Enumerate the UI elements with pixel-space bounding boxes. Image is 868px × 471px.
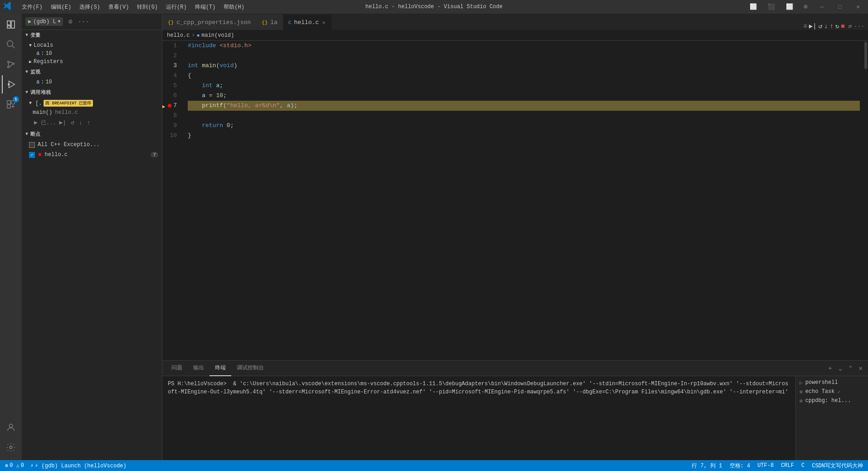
breakpoints-header[interactable]: ▼ 断点 bbox=[22, 129, 162, 139]
panel-tab-problems[interactable]: 问题 bbox=[166, 361, 188, 376]
menu-goto[interactable]: 转到(G) bbox=[133, 2, 161, 12]
activity-explorer[interactable] bbox=[2, 15, 20, 34]
breadcrumb-file[interactable]: hello.c bbox=[167, 32, 190, 39]
line-num-2: 2 bbox=[162, 51, 180, 61]
panel-tab-terminal[interactable]: 终端 bbox=[210, 361, 231, 376]
menu-run[interactable]: 运行(R) bbox=[162, 2, 190, 12]
debug-action-buttons: ≡ ▶| ↺ ↓ ↑ ↻ ■ bbox=[803, 22, 848, 30]
activity-settings[interactable] bbox=[2, 438, 20, 456]
variables-header[interactable]: ▼ 变量 bbox=[22, 30, 162, 40]
status-spaces[interactable]: 空格: 4 bbox=[728, 462, 752, 470]
breadcrumb-toggle-icon[interactable]: ≡ bbox=[803, 23, 807, 30]
bp-label-hello-c: hello.c bbox=[45, 152, 68, 158]
status-line-ending[interactable]: CRLF bbox=[780, 462, 795, 469]
menu-terminal[interactable]: 终端(T) bbox=[191, 2, 219, 12]
status-language[interactable]: C bbox=[800, 462, 806, 469]
line-num-7: ▶ 7 bbox=[162, 101, 180, 111]
stepover-btn[interactable]: ↺ bbox=[69, 118, 76, 127]
watch-header[interactable]: ▼ 监视 bbox=[22, 67, 162, 77]
status-position[interactable]: 行 7, 列 1 bbox=[690, 462, 723, 470]
stepinto-btn[interactable]: ↓ bbox=[78, 119, 84, 127]
menu-select[interactable]: 选择(S) bbox=[76, 2, 104, 12]
breakpoint-hello-c[interactable]: ✓ ● hello.c 7 bbox=[22, 149, 162, 160]
debug-stepover-icon[interactable]: ↺ bbox=[819, 22, 822, 30]
layout-icon-2[interactable]: ⬛ bbox=[765, 2, 778, 11]
thread-expand[interactable]: ▶ bbox=[33, 118, 39, 127]
debug-restart-icon[interactable]: ↻ bbox=[835, 22, 839, 30]
void-keyword: void bbox=[219, 61, 234, 71]
bp-checkbox-hello-c[interactable]: ✓ bbox=[29, 152, 35, 158]
tab-hello-c[interactable]: C hello.c ✕ bbox=[283, 15, 332, 30]
terminal-content[interactable]: PS H:\helloVscode> & 'c:\Users\naibula\.… bbox=[162, 376, 795, 460]
menu-help[interactable]: 帮助(H) bbox=[220, 2, 248, 12]
status-encoding[interactable]: UTF-8 bbox=[756, 462, 775, 469]
layout-icon-1[interactable]: ⬜ bbox=[747, 2, 760, 11]
terminal-instance-powershell[interactable]: ▷ powershell bbox=[796, 378, 868, 387]
terminal-echo-label: echo Task bbox=[805, 388, 835, 395]
tab-la[interactable]: {} la bbox=[256, 15, 283, 30]
watch-item-a[interactable]: a : 10 bbox=[22, 78, 162, 86]
scrollbar-thumb[interactable] bbox=[864, 42, 867, 69]
terminal-instance-echo[interactable]: ⚙ echo Task ✓ bbox=[796, 387, 868, 396]
menu-file[interactable]: 文件(F) bbox=[18, 2, 46, 12]
variable-a[interactable]: a : 10 bbox=[22, 49, 162, 58]
layout-icon-4[interactable]: ⊞ bbox=[801, 2, 810, 11]
panel-tab-output[interactable]: 输出 bbox=[188, 361, 210, 376]
breakpoint-all-cpp[interactable]: All C++ Exceptio... bbox=[22, 140, 162, 149]
activity-account[interactable] bbox=[2, 418, 20, 437]
debug-stop-icon[interactable]: ■ bbox=[841, 23, 844, 30]
close-panel-icon[interactable]: ✕ bbox=[857, 363, 864, 373]
debug-stepdown-icon[interactable]: ↓ bbox=[824, 23, 828, 30]
locals-chevron: ▼ bbox=[29, 43, 32, 48]
chevron-down-icon: ▼ bbox=[58, 20, 60, 24]
more-icon[interactable]: ··· bbox=[76, 17, 91, 26]
activity-bar: 1 bbox=[0, 14, 22, 460]
activity-debug[interactable] bbox=[2, 75, 20, 93]
more-editor-icon[interactable]: ··· bbox=[854, 23, 864, 30]
code-line-7: printf ( "hello, a=%d\n" , a ); bbox=[188, 101, 860, 111]
split-terminal-icon[interactable]: ⌄ bbox=[837, 363, 844, 373]
code-content[interactable]: #include <stdio.h> int main ( vo bbox=[184, 41, 863, 360]
maximize-panel-icon[interactable]: ⌃ bbox=[847, 363, 854, 373]
code-line-2 bbox=[188, 51, 860, 61]
scrollbar-track[interactable] bbox=[863, 41, 868, 360]
breadcrumb-symbol[interactable]: main(void) bbox=[201, 32, 234, 39]
tab-label-json: c_cpp_properties.json bbox=[176, 19, 251, 26]
status-errors[interactable]: ⊗ 0 ⚠ 0 bbox=[4, 462, 25, 469]
tab-c-cpp-properties[interactable]: {} c_cpp_properties.json bbox=[162, 15, 256, 30]
new-terminal-icon[interactable]: + bbox=[826, 364, 834, 373]
window-maximize[interactable]: □ bbox=[834, 3, 846, 11]
launch-config-btn[interactable]: ▶ (gdb) L ▼ bbox=[25, 17, 63, 26]
split-editor-icon[interactable]: ⇄ bbox=[848, 23, 852, 30]
terminal-instance-cppdbg[interactable]: ⚙ cppdbg: hel... bbox=[796, 396, 868, 405]
launch-config-label: (gdb) L bbox=[33, 19, 56, 25]
status-remote[interactable]: CSDN写文写代码大神 bbox=[810, 462, 864, 470]
panel-tab-debug-console[interactable]: 调试控制台 bbox=[231, 361, 269, 376]
activity-search[interactable] bbox=[2, 35, 20, 54]
layout-icon-3[interactable]: ⬜ bbox=[783, 2, 796, 11]
menu-edit[interactable]: 编辑(E) bbox=[47, 2, 75, 12]
callstack-header[interactable]: ▼ 调用堆栈 bbox=[22, 87, 162, 98]
registers-group[interactable]: ▶ Registers bbox=[22, 58, 162, 66]
gear-icon[interactable]: ⚙ bbox=[67, 17, 74, 26]
editor-area: {} c_cpp_properties.json {} la C hello.c… bbox=[162, 14, 868, 360]
breakpoints-title: 断点 bbox=[30, 131, 41, 137]
debug-continue-icon[interactable]: ▶| bbox=[809, 22, 817, 30]
status-debug-launch[interactable]: ⚡ ⚡ (gdb) Launch (helloVscode) bbox=[29, 462, 128, 469]
window-minimize[interactable]: — bbox=[816, 3, 829, 11]
debug-stepup-icon[interactable]: ↑ bbox=[830, 23, 834, 30]
locals-group[interactable]: ▼ Locals bbox=[22, 41, 162, 49]
callstack-thread[interactable]: ▼ [. 因 BREAKPOINT 已暂停 bbox=[22, 98, 162, 108]
continue-btn[interactable]: ▶| bbox=[58, 118, 68, 127]
stepout-btn[interactable]: ↑ bbox=[86, 119, 92, 127]
callstack-frame-main[interactable]: main() hello.c bbox=[22, 108, 162, 117]
window-close[interactable]: ✕ bbox=[852, 2, 864, 11]
activity-source-control[interactable] bbox=[2, 55, 20, 74]
activity-extensions[interactable]: 1 bbox=[2, 95, 20, 113]
tab-close-hello-c[interactable]: ✕ bbox=[322, 20, 326, 26]
terminal-cppdbg-label: cppdbg: hel... bbox=[805, 397, 851, 404]
code-line-10: } bbox=[188, 131, 860, 141]
menu-view[interactable]: 查看(V) bbox=[105, 2, 133, 12]
bp-checkbox-all-cpp[interactable] bbox=[29, 142, 35, 148]
svg-point-6 bbox=[8, 66, 10, 68]
